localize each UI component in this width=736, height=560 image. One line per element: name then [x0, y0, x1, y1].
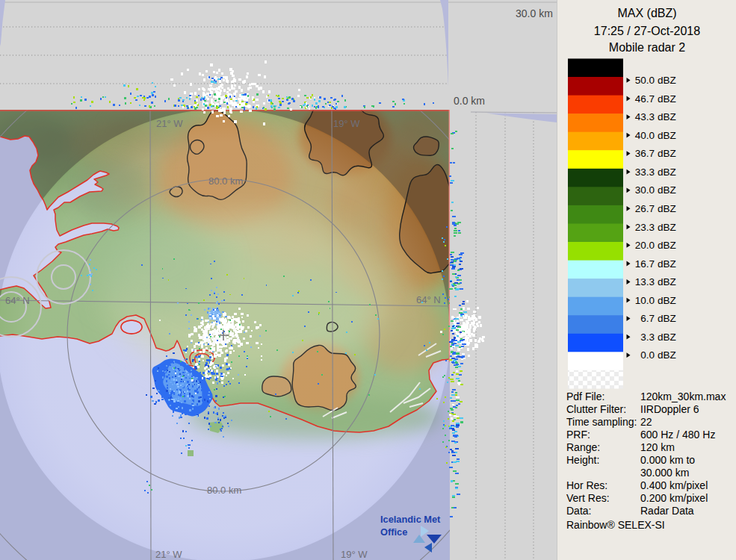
svg-text:dBZ: dBZ	[658, 184, 676, 196]
svg-text:dBZ: dBZ	[658, 258, 676, 270]
svg-text:dBZ: dBZ	[658, 276, 676, 287]
svg-text:dBZ: dBZ	[658, 222, 676, 233]
svg-text:Rainbow® SELEX-SI: Rainbow® SELEX-SI	[566, 519, 665, 531]
svg-text:dBZ: dBZ	[658, 332, 676, 343]
svg-text:dBZ: dBZ	[658, 295, 676, 306]
svg-text:dBZ: dBZ	[658, 130, 676, 141]
svg-text:0.400 km/pixel: 0.400 km/pixel	[640, 479, 708, 491]
svg-text:Mobile radar 2: Mobile radar 2	[609, 41, 685, 54]
svg-text:dBZ: dBZ	[658, 75, 676, 86]
svg-text:22: 22	[640, 416, 652, 428]
svg-text:3.3: 3.3	[640, 332, 655, 343]
svg-text:dBZ: dBZ	[658, 167, 676, 178]
svg-text:33.3: 33.3	[635, 167, 655, 178]
svg-text:17:25 / 27-Oct-2018: 17:25 / 27-Oct-2018	[594, 25, 700, 37]
svg-text:MAX (dBZ): MAX (dBZ)	[617, 7, 676, 19]
svg-text:120 km: 120 km	[640, 441, 675, 453]
svg-text:30.000 km: 30.000 km	[640, 467, 689, 479]
svg-text:Vert Res:: Vert Res:	[566, 492, 610, 504]
svg-text:21° W: 21° W	[156, 118, 183, 129]
svg-text:Icelandic Met: Icelandic Met	[380, 514, 441, 525]
svg-text:Office: Office	[380, 526, 407, 538]
svg-text:dBZ: dBZ	[658, 93, 676, 105]
svg-text:26.7: 26.7	[635, 203, 655, 214]
svg-text:dBZ: dBZ	[658, 349, 676, 361]
svg-text:Hor Res:: Hor Res:	[566, 479, 607, 491]
svg-text:40.0: 40.0	[635, 130, 655, 141]
svg-text:0.200 km/pixel: 0.200 km/pixel	[640, 492, 708, 504]
svg-text:PRF:: PRF:	[566, 429, 590, 441]
svg-text:19° W: 19° W	[341, 549, 368, 560]
svg-text:600 Hz / 480 Hz: 600 Hz / 480 Hz	[640, 429, 715, 441]
svg-text:Range:: Range:	[566, 441, 600, 453]
svg-text:43.3: 43.3	[635, 111, 655, 122]
svg-text:30.0 km: 30.0 km	[516, 7, 553, 19]
svg-text:dBZ: dBZ	[658, 240, 676, 251]
svg-text:dBZ: dBZ	[658, 313, 676, 324]
svg-text:19° W: 19° W	[333, 118, 360, 129]
svg-text:21° W: 21° W	[155, 549, 182, 560]
svg-text:6.7: 6.7	[640, 313, 655, 324]
svg-text:120km_30km.max: 120km_30km.max	[640, 391, 726, 402]
svg-text:Pdf File:: Pdf File:	[566, 391, 604, 402]
svg-text:23.3: 23.3	[635, 222, 655, 233]
svg-text:13.3: 13.3	[635, 276, 655, 287]
svg-text:dBZ: dBZ	[658, 111, 676, 122]
svg-text:0.000 km to: 0.000 km to	[640, 454, 695, 466]
svg-text:Radar Data: Radar Data	[640, 505, 694, 517]
svg-text:64° N: 64° N	[416, 294, 441, 305]
svg-text:64° N: 64° N	[5, 295, 30, 306]
svg-text:IIRDoppler 6: IIRDoppler 6	[640, 403, 699, 415]
svg-text:50.0: 50.0	[635, 75, 655, 86]
svg-text:20.0: 20.0	[635, 240, 655, 251]
svg-text:16.7: 16.7	[635, 258, 655, 270]
svg-text:Time sampling:: Time sampling:	[566, 416, 637, 428]
svg-text:0.0 km: 0.0 km	[454, 95, 485, 107]
svg-text:46.7: 46.7	[635, 93, 655, 105]
svg-text:10.0: 10.0	[635, 295, 655, 306]
svg-text:80.0 km: 80.0 km	[208, 175, 243, 187]
svg-text:0.0: 0.0	[640, 349, 655, 361]
svg-text:80.0 km: 80.0 km	[207, 485, 241, 496]
svg-text:36.7: 36.7	[635, 148, 655, 159]
svg-text:dBZ: dBZ	[658, 203, 676, 214]
svg-text:30.0: 30.0	[635, 184, 655, 196]
svg-text:Data:: Data:	[566, 505, 591, 517]
svg-text:Height:: Height:	[566, 454, 599, 466]
svg-text:dBZ: dBZ	[658, 148, 676, 159]
svg-text:Clutter Filter:: Clutter Filter:	[566, 403, 626, 415]
